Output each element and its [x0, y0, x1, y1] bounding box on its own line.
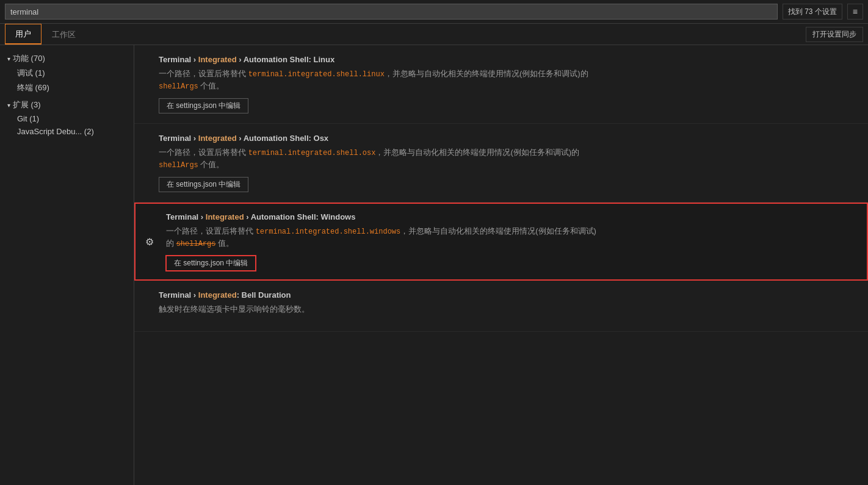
search-result-count: 找到 73 个设置: [783, 4, 842, 20]
sidebar-item-terminal-label: 终端 (69): [17, 82, 49, 93]
integrated-highlight-3: Integrated: [206, 212, 244, 221]
windows-code-inline: terminal.integrated.shell.windows: [256, 228, 401, 236]
setting-osx-shell: Terminal › Integrated › Automation Shell…: [134, 124, 868, 203]
tabs-left: 用户 工作区: [5, 24, 86, 45]
search-bar: 找到 73 个设置 ≡: [0, 0, 868, 24]
sidebar-item-js-debugger[interactable]: JavaScript Debu... (2): [0, 125, 134, 138]
tab-user[interactable]: 用户: [5, 24, 42, 45]
chevron-down-icon: ▾: [7, 56, 10, 62]
tabs-bar: 用户 工作区 打开设置同步: [0, 24, 868, 45]
content-area: Terminal › Integrated › Automation Shell…: [134, 45, 868, 485]
sidebar-item-git-label: Git (1): [17, 114, 39, 123]
tab-workspace[interactable]: 工作区: [42, 24, 86, 45]
open-settings-sync-button[interactable]: 打开设置同步: [806, 27, 863, 42]
windows-shellargs-code: shellArgs: [176, 240, 216, 248]
integrated-highlight-2: Integrated: [198, 134, 237, 143]
osx-shellargs-code: shellArgs: [159, 161, 198, 170]
setting-osx-shell-description: 一个路径，设置后将替代 terminal.integrated.shell.os…: [159, 146, 856, 171]
integrated-highlight-1: Integrated: [198, 55, 237, 64]
setting-bell-duration-description: 触发时在终端选项卡中显示响铃的毫秒数。: [159, 303, 856, 315]
sidebar: ▾ 功能 (70) 调试 (1) 终端 (69) ▾ 扩展 (3) Git (1…: [0, 45, 134, 485]
search-input[interactable]: [5, 4, 778, 20]
sidebar-item-debug[interactable]: 调试 (1): [0, 66, 134, 81]
linux-code-inline: terminal.integrated.shell.linux: [248, 70, 385, 79]
setting-bell-duration-title: Terminal › Integrated: Bell Duration: [159, 290, 856, 300]
sidebar-item-features[interactable]: ▾ 功能 (70): [0, 51, 134, 66]
integrated-highlight-4: Integrated: [198, 290, 237, 300]
sidebar-item-features-label: 功能 (70): [13, 53, 45, 64]
sidebar-item-git[interactable]: Git (1): [0, 112, 134, 125]
setting-linux-shell: Terminal › Integrated › Automation Shell…: [134, 45, 868, 124]
sidebar-item-terminal[interactable]: 终端 (69): [0, 81, 134, 95]
sidebar-item-extensions[interactable]: ▾ 扩展 (3): [0, 98, 134, 112]
chevron-down-icon-2: ▾: [7, 102, 10, 109]
main-layout: ▾ 功能 (70) 调试 (1) 终端 (69) ▾ 扩展 (3) Git (1…: [0, 45, 868, 485]
setting-osx-shell-title: Terminal › Integrated › Automation Shell…: [159, 134, 856, 143]
edit-linux-shell-button[interactable]: 在 settings.json 中编辑: [159, 98, 248, 113]
clear-search-button[interactable]: ≡: [847, 4, 863, 20]
sidebar-item-js-debugger-label: JavaScript Debu... (2): [17, 127, 94, 136]
edit-osx-shell-button[interactable]: 在 settings.json 中编辑: [159, 177, 248, 192]
edit-windows-shell-button[interactable]: 在 settings.json 中编辑: [166, 256, 256, 271]
setting-linux-shell-description: 一个路径，设置后将替代 terminal.integrated.shell.li…: [159, 68, 856, 92]
setting-bell-duration: Terminal › Integrated: Bell Duration 触发时…: [134, 281, 868, 332]
setting-windows-shell-title: Terminal › Integrated › Automation Shell…: [166, 212, 856, 221]
linux-shellargs-code: shellArgs: [159, 82, 198, 91]
setting-windows-shell-description: 一个路径，设置后将替代 terminal.integrated.shell.wi…: [166, 225, 856, 250]
osx-code-inline: terminal.integrated.shell.osx: [248, 149, 376, 157]
sidebar-item-debug-label: 调试 (1): [17, 68, 45, 79]
setting-windows-shell: ⚙ Terminal › Integrated › Automation She…: [134, 203, 868, 281]
sidebar-section-features: ▾ 功能 (70) 调试 (1) 终端 (69): [0, 50, 134, 96]
sidebar-section-extensions: ▾ 扩展 (3) Git (1) JavaScript Debu... (2): [0, 96, 134, 139]
gear-icon: ⚙: [145, 236, 154, 248]
sidebar-item-extensions-label: 扩展 (3): [13, 99, 41, 110]
setting-linux-shell-title: Terminal › Integrated › Automation Shell…: [159, 55, 856, 64]
